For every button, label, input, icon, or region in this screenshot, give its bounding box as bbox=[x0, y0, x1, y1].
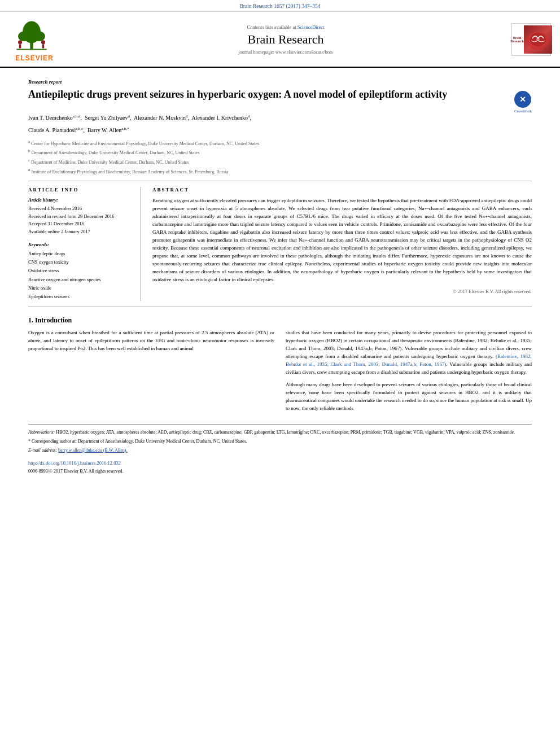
article-title: Antiepileptic drugs prevent seizures in … bbox=[28, 88, 452, 101]
svg-point-11 bbox=[536, 38, 540, 41]
authors-line2: Claude A. Piantadosia,b,c, Barry W. Alle… bbox=[28, 126, 532, 135]
keyword-6: Epileptiform seizures bbox=[28, 292, 132, 301]
affiliation-a: a Center for Hyperbaric Medicine and Env… bbox=[28, 139, 532, 147]
crossmark-badge[interactable]: ✕ CrossMark bbox=[514, 91, 532, 113]
author-1-name: Ivan T. Demchenko bbox=[28, 115, 73, 121]
abbrev-text: HBO2, hyperbaric oxygen; ATA, atmosphere… bbox=[56, 430, 515, 435]
email-label: E-mail address: bbox=[28, 448, 57, 453]
corresponding-star: * bbox=[28, 439, 30, 444]
abstract-heading: ABSTRACT bbox=[152, 187, 532, 193]
intro-col1: Oxygen is a convulsant when breathed for… bbox=[28, 329, 274, 417]
title-block: Antiepileptic drugs prevent seizures in … bbox=[28, 88, 509, 108]
keywords-title: Keywords: bbox=[28, 242, 132, 247]
svg-rect-8 bbox=[42, 44, 45, 48]
svg-rect-6 bbox=[19, 44, 21, 48]
authors-line1: Ivan T. Demchenkoa,b,d, Sergei Yu Zhilya… bbox=[28, 113, 532, 123]
br-logo-image bbox=[524, 25, 552, 54]
divider-1 bbox=[28, 181, 532, 181]
author-4-name: Alexander I. Krivchenko bbox=[191, 115, 248, 121]
article-info-abstract: ARTICLE INFO Article history: Received 4… bbox=[28, 187, 532, 301]
svg-point-7 bbox=[41, 40, 45, 44]
intro-heading: 1. Introduction bbox=[28, 316, 532, 325]
received-revised-date: Received in revised form 29 December 201… bbox=[28, 213, 132, 221]
copyright-line: © 2017 Elsevier B.V. All rights reserved… bbox=[152, 289, 532, 294]
received-date: Received 4 November 2016 bbox=[28, 205, 132, 213]
article-history: Article history: Received 4 November 201… bbox=[28, 197, 132, 235]
br-logo-text: Brain Research bbox=[510, 36, 524, 43]
author-5-name: Claude A. Piantadosi bbox=[28, 128, 76, 134]
elsevier-logo: ELSEVIER bbox=[9, 16, 60, 62]
affiliation-b: b Department of Anesthesiology, Duke Uni… bbox=[28, 148, 532, 156]
crossmark-icon: ✕ bbox=[514, 91, 531, 108]
issn-line: 0006-8993/© 2017 Elsevier B.V. All right… bbox=[28, 468, 532, 475]
doi-link[interactable]: http://dx.doi.org/10.1016/j.brainres.201… bbox=[28, 460, 121, 466]
keyword-3: Oxidative stress bbox=[28, 267, 132, 275]
corresponding-text: Corresponding author at: Department of A… bbox=[32, 439, 247, 444]
affiliations: a Center for Hyperbaric Medicine and Env… bbox=[28, 139, 532, 176]
author-2-name: Sergei Yu Zhilyaev bbox=[85, 115, 128, 121]
intro-section: 1. Introduction Oxygen is a convulsant w… bbox=[28, 316, 532, 417]
abbreviations: Abbreviations: HBO2, hyperbaric oxygen; … bbox=[28, 429, 532, 436]
article-info: ARTICLE INFO Article history: Received 4… bbox=[28, 187, 141, 301]
svg-point-2 bbox=[18, 31, 30, 41]
crossmark-label: CrossMark bbox=[514, 109, 532, 113]
elsevier-text: ELSEVIER bbox=[9, 54, 60, 62]
journal-header: ELSEVIER Contents lists available at Sci… bbox=[0, 12, 560, 68]
top-bar: Brain Research 1657 (2017) 347–354 bbox=[0, 0, 560, 12]
svg-point-3 bbox=[33, 31, 45, 41]
email-line: E-mail address: barry.w.allen@duke.edu (… bbox=[28, 447, 532, 454]
journal-center-info: Contents lists available at ScienceDirec… bbox=[65, 24, 506, 55]
keyword-1: Antiepileptic drugs bbox=[28, 250, 132, 258]
abstract-text: Breathing oxygen at sufficiently elevate… bbox=[152, 197, 532, 283]
keyword-2: CNS oxygen toxicity bbox=[28, 258, 132, 267]
abbrev-label: Abbreviations: bbox=[28, 430, 55, 435]
svg-point-5 bbox=[18, 40, 22, 44]
intro-col1-para1: Oxygen is a convulsant when breathed for… bbox=[28, 329, 274, 353]
intro-body: Oxygen is a convulsant when breathed for… bbox=[28, 329, 532, 417]
history-title: Article history: bbox=[28, 197, 132, 203]
brain-research-logo: Brain Research bbox=[511, 23, 551, 56]
keyword-4: Reactive oxygen and nitrogen species bbox=[28, 276, 132, 284]
divider-2 bbox=[28, 307, 532, 307]
journal-title: Brain Research bbox=[65, 32, 506, 47]
keywords-section: Keywords: Antiepileptic drugs CNS oxygen… bbox=[28, 242, 132, 302]
available-date: Available online 2 January 2017 bbox=[28, 228, 132, 236]
doi-line: http://dx.doi.org/10.1016/j.brainres.201… bbox=[28, 460, 532, 466]
corresponding-author: * Corresponding author at: Department of… bbox=[28, 438, 532, 445]
affiliation-d: d Institute of Evolutionary Physiology a… bbox=[28, 167, 532, 176]
contents-line: Contents lists available at ScienceDirec… bbox=[65, 24, 506, 30]
email-link[interactable]: barry.w.allen@duke.edu (B.W. Allen). bbox=[58, 448, 127, 453]
article-info-heading: ARTICLE INFO bbox=[28, 187, 132, 193]
author-6-name: Barry W. Allen bbox=[88, 128, 121, 134]
keyword-5: Nitric oxide bbox=[28, 284, 132, 292]
main-content: Research report Antiepileptic drugs prev… bbox=[0, 68, 560, 483]
intro-col2-para1: studies that have been conducted for man… bbox=[286, 329, 532, 377]
homepage-line: journal homepage: www.elsevier.com/locat… bbox=[65, 49, 506, 55]
title-row: Antiepileptic drugs prevent seizures in … bbox=[28, 88, 532, 113]
sciencedirect-link[interactable]: ScienceDirect bbox=[298, 24, 325, 30]
abstract-section: ABSTRACT Breathing oxygen at sufficientl… bbox=[152, 187, 532, 301]
journal-reference: Brain Research 1657 (2017) 347–354 bbox=[240, 3, 321, 9]
accepted-date: Accepted 31 December 2016 bbox=[28, 220, 132, 228]
author-3-name: Alexander N. Moskvin bbox=[134, 115, 186, 121]
intro-col2-para2: Although many drugs have been developed … bbox=[286, 381, 532, 413]
section-label: Research report bbox=[28, 79, 532, 85]
affiliation-c: c Department of Medicine, Duke Universit… bbox=[28, 158, 532, 166]
footnotes-section: Abbreviations: HBO2, hyperbaric oxygen; … bbox=[28, 424, 532, 475]
intro-col2: studies that have been conducted for man… bbox=[286, 329, 532, 417]
